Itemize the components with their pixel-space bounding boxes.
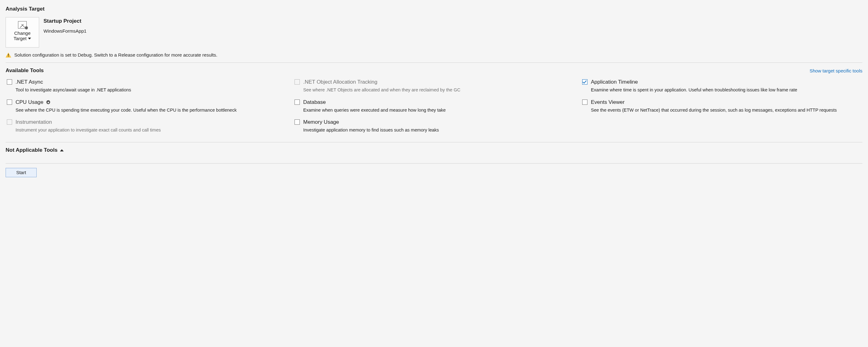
not-applicable-tools-toggle[interactable]: Not Applicable Tools — [6, 147, 862, 154]
tool-app-timeline: Application Timeline Examine where time … — [581, 79, 862, 93]
tool-instrumentation-desc: Instrument your application to investiga… — [16, 127, 287, 134]
target-name: WindowsFormsApp1 — [43, 28, 86, 34]
tool-cpu-usage: CPU Usage See where the CPU is spending … — [6, 99, 287, 114]
blank-area — [6, 177, 862, 326]
tool-events-viewer-desc: See the events (ETW or NetTrace) that oc… — [591, 107, 862, 114]
tool-events-viewer: Events Viewer See the events (ETW or Net… — [581, 99, 862, 114]
tool-cpu-usage-desc: See where the CPU is spending time execu… — [16, 107, 287, 114]
tool-database-desc: Examine when queries were executed and m… — [303, 107, 575, 114]
section-title-analysis-target: Analysis Target — [6, 6, 862, 13]
separator — [6, 142, 862, 142]
tool-database-label: Database — [303, 99, 326, 106]
tool-instrumentation: Instrumentation Instrument your applicat… — [6, 119, 287, 134]
separator — [6, 163, 862, 164]
tool-net-obj-alloc-label: .NET Object Allocation Tracking — [303, 79, 377, 86]
tool-net-obj-alloc: .NET Object Allocation Tracking See wher… — [293, 79, 575, 93]
show-target-specific-tools-link[interactable]: Show target specific tools — [810, 68, 862, 74]
tool-net-async-desc: Tool to investigate async/await usage in… — [16, 87, 287, 93]
tool-memory-usage: Memory Usage Investigate application mem… — [293, 119, 575, 134]
tool-net-obj-alloc-desc: See where .NET Objects are allocated and… — [303, 87, 575, 93]
tool-memory-usage-checkbox[interactable] — [294, 119, 300, 125]
tool-instrumentation-label: Instrumentation — [16, 119, 52, 126]
gear-icon[interactable] — [46, 100, 51, 105]
tool-instrumentation-checkbox — [7, 119, 12, 125]
change-target-line1: Change — [14, 30, 31, 36]
tool-memory-usage-label: Memory Usage — [303, 119, 339, 126]
start-button[interactable]: Start — [6, 168, 37, 177]
tool-app-timeline-label: Application Timeline — [591, 79, 638, 86]
separator — [6, 62, 862, 63]
chevron-down-icon — [28, 38, 31, 39]
config-warning-text: Solution configuration is set to Debug. … — [14, 52, 217, 58]
tool-app-timeline-checkbox[interactable] — [582, 79, 587, 85]
warning-icon — [6, 53, 11, 58]
tool-events-viewer-label: Events Viewer — [591, 99, 624, 106]
tool-app-timeline-desc: Examine where time is spent in your appl… — [591, 87, 862, 93]
tools-grid: .NET Async Tool to investigate async/awa… — [6, 79, 862, 134]
change-target-line2: Target — [14, 36, 27, 41]
target-image-icon — [18, 21, 27, 29]
tool-net-async: .NET Async Tool to investigate async/awa… — [6, 79, 287, 93]
target-title: Startup Project — [43, 18, 86, 25]
tool-database-checkbox[interactable] — [294, 99, 300, 105]
config-warning: Solution configuration is set to Debug. … — [6, 51, 862, 60]
section-title-not-applicable: Not Applicable Tools — [6, 147, 58, 154]
analysis-target-row: Change Target Startup Project WindowsFor… — [6, 17, 862, 48]
tool-net-obj-alloc-checkbox — [294, 79, 300, 85]
chevron-up-icon — [60, 149, 64, 151]
tool-memory-usage-desc: Investigate application memory to find i… — [303, 127, 575, 134]
tool-cpu-usage-checkbox[interactable] — [7, 99, 12, 105]
section-title-available-tools: Available Tools — [6, 67, 44, 74]
tool-events-viewer-checkbox[interactable] — [582, 99, 587, 105]
tool-net-async-checkbox[interactable] — [7, 79, 12, 85]
tool-database: Database Examine when queries were execu… — [293, 99, 575, 114]
tool-net-async-label: .NET Async — [16, 79, 43, 86]
tool-cpu-usage-label: CPU Usage — [16, 99, 43, 106]
change-target-button[interactable]: Change Target — [6, 17, 39, 48]
